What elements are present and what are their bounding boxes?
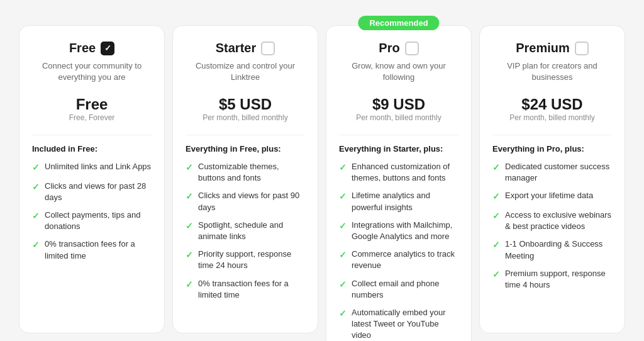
feature-item-premium-3: ✓ 1-1 Onboarding & Success Meeting <box>492 238 612 261</box>
feature-text-premium-1: Export your lifetime data <box>505 190 593 201</box>
plan-price-pro: $9 USD <box>339 96 458 113</box>
feature-text-premium-0: Dedicated customer success manager <box>505 161 612 184</box>
plan-price-sub-premium: Per month, billed monthly <box>492 113 612 122</box>
plan-select-checkbox-pro[interactable] <box>405 42 419 55</box>
feature-item-pro-5: ✓ Automatically embed your latest Tweet … <box>339 307 458 341</box>
plan-card-premium[interactable]: Premium VIP plan for creators and busine… <box>479 25 625 333</box>
plan-card-pro[interactable]: Recommended Pro Grow, know and own your … <box>326 25 472 341</box>
plan-description-starter: Customize and control your Linktree <box>186 60 305 86</box>
plan-select-checkbox-free[interactable] <box>101 42 114 55</box>
plan-price-premium: $24 USD <box>492 96 612 113</box>
plan-name-premium: Premium <box>516 41 570 55</box>
features-title-free: Included in Free: <box>32 144 152 154</box>
feature-text-free-2: Collect payments, tips and donations <box>45 210 152 232</box>
plan-price-sub-free: Free, Forever <box>32 113 152 122</box>
check-icon-starter-1: ✓ <box>186 191 193 203</box>
feature-list-starter: ✓ Customizable themes, buttons and fonts… <box>186 161 305 301</box>
check-icon-premium-4: ✓ <box>492 269 500 281</box>
feature-list-free: ✓ Unlimited links and Link Apps ✓ Clicks… <box>32 161 152 262</box>
plan-description-premium: VIP plan for creators and businesses <box>492 60 612 86</box>
plan-card-starter[interactable]: Starter Customize and control your Linkt… <box>172 25 318 333</box>
feature-item-starter-1: ✓ Clicks and views for past 90 days <box>186 190 305 213</box>
plan-select-checkbox-starter[interactable] <box>261 42 275 55</box>
plan-divider-free <box>32 135 152 135</box>
pricing-container: Free Connect your community to everythin… <box>13 13 631 341</box>
feature-text-pro-4: Collect email and phone numbers <box>352 278 458 301</box>
check-icon-starter-4: ✓ <box>186 279 193 291</box>
feature-text-pro-1: Lifetime analytics and powerful insights <box>352 190 458 213</box>
plan-description-pro: Grow, know and own your following <box>339 60 458 86</box>
feature-text-premium-3: 1-1 Onboarding & Success Meeting <box>505 238 612 261</box>
feature-item-free-1: ✓ Clicks and views for past 28 days <box>32 181 152 203</box>
check-icon-free-1: ✓ <box>32 181 40 194</box>
feature-item-pro-3: ✓ Commerce analytics to track revenue <box>339 249 458 271</box>
features-title-pro: Everything in Starter, plus: <box>339 144 458 154</box>
feature-item-premium-0: ✓ Dedicated customer success manager <box>492 161 612 184</box>
check-icon-pro-3: ✓ <box>339 249 347 262</box>
plan-price-starter: $5 USD <box>186 96 305 113</box>
plan-header-starter: Starter <box>186 41 305 55</box>
check-icon-free-3: ✓ <box>32 239 40 252</box>
check-icon-starter-0: ✓ <box>186 162 193 174</box>
plan-description-free: Connect your community to everything you… <box>32 60 152 86</box>
feature-text-starter-0: Customizable themes, buttons and fonts <box>198 161 305 184</box>
features-title-premium: Everything in Pro, plus: <box>492 144 612 154</box>
feature-text-free-1: Clicks and views for past 28 days <box>45 181 152 203</box>
feature-text-pro-3: Commerce analytics to track revenue <box>352 249 458 271</box>
feature-text-starter-4: 0% transaction fees for a limited time <box>198 278 305 301</box>
plan-card-free[interactable]: Free Connect your community to everythin… <box>19 25 165 333</box>
plan-price-sub-starter: Per month, billed monthly <box>186 113 305 122</box>
feature-item-starter-2: ✓ Spotlight, schedule and animate links <box>186 220 305 242</box>
feature-text-free-0: Unlimited links and Link Apps <box>45 161 151 172</box>
check-icon-pro-0: ✓ <box>339 162 347 174</box>
plan-divider-premium <box>492 135 612 135</box>
feature-item-pro-4: ✓ Collect email and phone numbers <box>339 278 458 301</box>
check-icon-pro-4: ✓ <box>339 279 347 291</box>
feature-text-starter-2: Spotlight, schedule and animate links <box>198 220 305 242</box>
feature-text-premium-2: Access to exclusive webinars & best prac… <box>505 210 612 232</box>
feature-item-pro-0: ✓ Enhanced customization of themes, butt… <box>339 161 458 184</box>
feature-item-pro-1: ✓ Lifetime analytics and powerful insigh… <box>339 190 458 213</box>
feature-item-pro-2: ✓ Integrations with Mailchimp, Google An… <box>339 220 458 242</box>
feature-text-premium-4: Premium support, response time 4 hours <box>505 268 612 291</box>
plan-divider-pro <box>339 135 458 135</box>
feature-item-free-2: ✓ Collect payments, tips and donations <box>32 210 152 232</box>
check-icon-free-2: ✓ <box>32 210 40 223</box>
feature-item-free-3: ✓ 0% transaction fees for a limited time <box>32 238 152 261</box>
check-icon-premium-3: ✓ <box>492 239 500 252</box>
feature-item-premium-4: ✓ Premium support, response time 4 hours <box>492 268 612 291</box>
plan-price-sub-pro: Per month, billed monthly <box>339 113 458 122</box>
plan-header-premium: Premium <box>492 41 612 55</box>
features-title-starter: Everything in Free, plus: <box>186 144 305 154</box>
plan-divider-starter <box>186 135 305 135</box>
feature-text-free-3: 0% transaction fees for a limited time <box>45 238 152 261</box>
plan-header-free: Free <box>32 41 152 55</box>
check-icon-starter-3: ✓ <box>186 249 193 262</box>
check-icon-free-0: ✓ <box>32 162 40 174</box>
check-icon-premium-0: ✓ <box>492 162 500 174</box>
feature-item-premium-1: ✓ Export your lifetime data <box>492 190 612 203</box>
check-icon-pro-5: ✓ <box>339 308 347 320</box>
feature-item-starter-3: ✓ Priority support, response time 24 hou… <box>186 249 305 271</box>
feature-text-starter-3: Priority support, response time 24 hours <box>198 249 305 271</box>
plan-select-checkbox-premium[interactable] <box>575 42 589 55</box>
plan-name-pro: Pro <box>379 41 399 55</box>
check-icon-premium-1: ✓ <box>492 191 500 203</box>
feature-list-pro: ✓ Enhanced customization of themes, butt… <box>339 161 458 341</box>
feature-text-pro-5: Automatically embed your latest Tweet or… <box>352 307 458 341</box>
check-icon-premium-2: ✓ <box>492 210 500 223</box>
plan-name-free: Free <box>69 41 96 55</box>
plan-price-free: Free <box>32 96 152 113</box>
feature-item-free-0: ✓ Unlimited links and Link Apps <box>32 161 152 174</box>
check-icon-pro-1: ✓ <box>339 191 347 203</box>
feature-list-premium: ✓ Dedicated customer success manager ✓ E… <box>492 161 612 291</box>
feature-text-pro-2: Integrations with Mailchimp, Google Anal… <box>352 220 458 242</box>
recommended-badge: Recommended <box>358 16 439 30</box>
plan-header-pro: Pro <box>339 41 458 55</box>
feature-item-starter-0: ✓ Customizable themes, buttons and fonts <box>186 161 305 184</box>
check-icon-pro-2: ✓ <box>339 220 347 233</box>
feature-text-starter-1: Clicks and views for past 90 days <box>198 190 305 213</box>
check-icon-starter-2: ✓ <box>186 220 193 233</box>
feature-item-starter-4: ✓ 0% transaction fees for a limited time <box>186 278 305 301</box>
plan-name-starter: Starter <box>216 41 256 55</box>
